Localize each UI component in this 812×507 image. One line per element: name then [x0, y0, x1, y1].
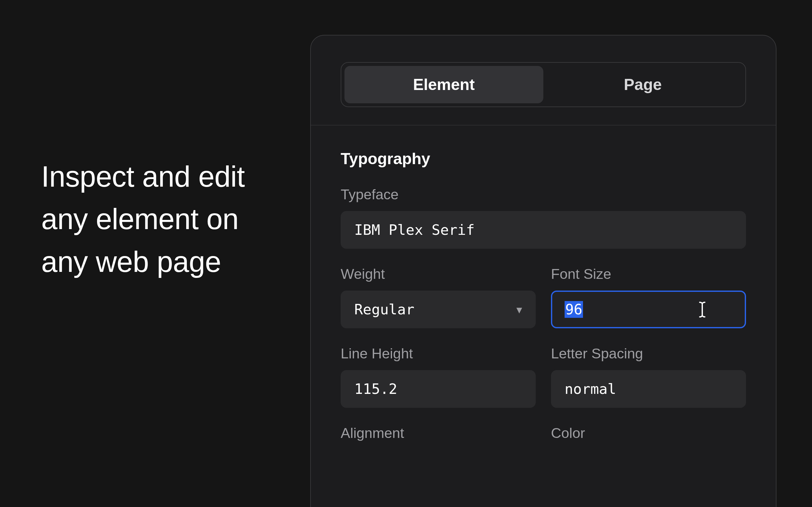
- tab-element[interactable]: Element: [345, 66, 543, 103]
- alignment-label: Alignment: [341, 425, 536, 441]
- letterspacing-label: Letter Spacing: [551, 345, 746, 362]
- letterspacing-input[interactable]: normal: [551, 370, 746, 408]
- tab-page[interactable]: Page: [543, 66, 742, 103]
- lineheight-label: Line Height: [341, 345, 536, 362]
- inspector-panel: Element Page Typography Typeface IBM Ple…: [310, 35, 776, 507]
- fontsize-input[interactable]: 96: [551, 291, 746, 328]
- typeface-input[interactable]: IBM Plex Serif: [341, 211, 746, 249]
- weight-value: Regular: [354, 301, 415, 318]
- typeface-label: Typeface: [341, 186, 746, 203]
- weight-label: Weight: [341, 266, 536, 282]
- marketing-headline: Inspect and edit any element on any web …: [41, 155, 270, 283]
- chevron-down-icon: ▼: [516, 304, 522, 315]
- weight-select[interactable]: Regular ▼: [341, 291, 536, 328]
- color-label: Color: [551, 425, 746, 441]
- lineheight-input[interactable]: 115.2: [341, 370, 536, 408]
- divider: [311, 125, 776, 125]
- fontsize-value: 96: [565, 301, 583, 318]
- section-title-typography: Typography: [341, 150, 746, 168]
- text-cursor-icon: [697, 301, 708, 318]
- tab-bar: Element Page: [341, 62, 746, 107]
- fontsize-label: Font Size: [551, 266, 746, 282]
